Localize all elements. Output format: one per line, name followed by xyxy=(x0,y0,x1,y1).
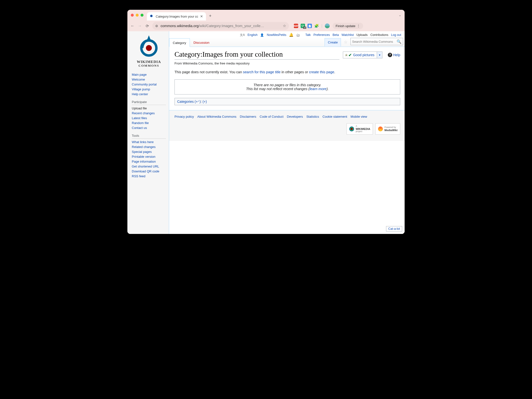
sidebar-link[interactable]: Contact us xyxy=(132,126,166,130)
footer-link[interactable]: Cookie statement xyxy=(322,115,347,118)
sidebar-link[interactable]: Main page xyxy=(132,72,166,77)
language-icon[interactable]: 文A xyxy=(240,33,245,37)
close-tab-icon[interactable]: ✕ xyxy=(200,14,203,18)
sidebar: WIKIMEDIA COMMONS Main pageWelcomeCommun… xyxy=(127,31,169,234)
new-tab-button[interactable]: + xyxy=(209,13,212,19)
sidebar-link[interactable]: What links here xyxy=(132,140,166,145)
sidebar-link[interactable]: Page information xyxy=(132,159,166,164)
extensions-menu-icon[interactable]: 🧩 xyxy=(314,24,319,28)
sidebar-link[interactable]: Community portal xyxy=(132,82,166,87)
main: Category:Images from your collection ★ ✔… xyxy=(169,47,405,110)
extension-icons: ABP 🛡10 📄 🧩 | xyxy=(294,23,330,28)
svg-point-1 xyxy=(146,45,152,51)
help-link[interactable]: ? Help xyxy=(388,53,400,57)
content: 文A English 👤 NowMesPetits 🔔 🗂 TalkPrefer… xyxy=(169,31,405,234)
sidebar-link[interactable]: Printable version xyxy=(132,154,166,159)
footer-link[interactable]: Disclaimers xyxy=(240,115,256,118)
svg-point-4 xyxy=(156,47,157,49)
cat-a-lot-button[interactable]: Cat-a-lot xyxy=(386,226,402,231)
traffic-lights xyxy=(131,14,143,17)
footer-link[interactable]: Mobile view xyxy=(351,115,367,118)
body-paragraph: This page does not currently exist. You … xyxy=(174,70,400,74)
sidebar-link[interactable]: RSS feed xyxy=(132,174,166,179)
categories-link[interactable]: Categories xyxy=(177,100,194,104)
good-pictures-dropdown-icon[interactable]: ▼ xyxy=(377,52,382,58)
footer-links: Privacy policyAbout Wikimedia CommonsDis… xyxy=(174,115,400,118)
sidebar-link[interactable]: Latest files xyxy=(132,116,166,121)
sidebar-link[interactable]: Help center xyxy=(132,92,166,97)
sidebar-link[interactable]: Related changes xyxy=(132,145,166,149)
search-box[interactable]: 🔍 xyxy=(350,38,403,45)
tab-category[interactable]: Category xyxy=(169,38,190,47)
personal-link[interactable]: Beta xyxy=(333,33,339,37)
search-icon[interactable]: 🔍 xyxy=(397,39,401,44)
help-icon: ? xyxy=(388,53,392,57)
finish-update-label: Finish update xyxy=(336,24,355,28)
learn-more-link[interactable]: learn more xyxy=(310,87,327,91)
watch-star-icon[interactable]: ☆ xyxy=(342,38,349,47)
svg-point-7 xyxy=(143,52,144,54)
footer-link[interactable]: Code of Conduct xyxy=(260,115,284,118)
create-page-link[interactable]: create this page xyxy=(309,70,334,74)
sidebar-head-participate: Participate xyxy=(132,99,166,105)
menu-icon[interactable]: ⋮ xyxy=(357,24,360,28)
contributions-link[interactable]: Contributions xyxy=(370,33,389,37)
sidebar-link[interactable]: Upload file xyxy=(132,106,166,111)
categories-box: Categories (+⁺): (+) xyxy=(174,98,400,105)
site-settings-icon[interactable]: ⚙ xyxy=(155,24,158,28)
good-pictures-button[interactable]: ★ ✔ Good pictures ▼ xyxy=(343,52,382,58)
uploads-link[interactable]: Uploads xyxy=(357,33,368,37)
star-icon: ★ xyxy=(345,53,348,57)
sidebar-link[interactable]: Village pump xyxy=(132,87,166,92)
maximize-window-icon[interactable] xyxy=(141,14,143,17)
browser-window: Category:Images from your cc ✕ + ⌄ ← → ⟳… xyxy=(127,10,405,234)
back-button[interactable]: ← xyxy=(130,24,135,28)
url-field[interactable]: ⚙ commons.wikimedia.org/wiki/Category:Im… xyxy=(152,22,289,30)
urlbar: ← → ⟳ ⚙ commons.wikimedia.org/wiki/Categ… xyxy=(127,21,405,31)
username-link[interactable]: NowMesPetits xyxy=(267,33,286,37)
browser-tab[interactable]: Category:Images from your cc ✕ xyxy=(147,12,206,21)
tab-discussion[interactable]: Discussion xyxy=(190,38,213,47)
wikimedia-badge[interactable]: AWIKIMEDIAproject xyxy=(347,123,373,135)
logo[interactable]: WIKIMEDIA COMMONS xyxy=(132,33,166,70)
sidebar-link[interactable]: Recent changes xyxy=(132,111,166,116)
profile-avatar-icon[interactable] xyxy=(325,23,330,28)
logout-link[interactable]: Log out xyxy=(391,33,401,37)
sidebar-link[interactable]: Get shortened URL xyxy=(132,164,166,169)
finish-update-button[interactable]: Finish update ⋮ xyxy=(333,23,363,29)
sidebar-link[interactable]: Download QR code xyxy=(132,169,166,174)
svg-point-5 xyxy=(153,52,155,54)
sidebar-link[interactable]: Random file xyxy=(132,121,166,126)
footer: Privacy policyAbout Wikimedia CommonsDis… xyxy=(169,110,405,141)
footer-link[interactable]: Privacy policy xyxy=(174,115,194,118)
notices-icon[interactable]: 🗂 xyxy=(296,33,300,37)
footer-link[interactable]: About Wikimedia Commons xyxy=(197,115,236,118)
good-pictures-label: Good pictures xyxy=(352,53,375,57)
extension-icon[interactable]: 🛡10 xyxy=(301,24,305,28)
tab-overflow-icon[interactable]: ⌄ xyxy=(399,13,401,17)
abp-extension-icon[interactable]: ABP xyxy=(294,24,298,28)
categories-plusplus[interactable]: (+⁺) xyxy=(195,100,201,104)
categories-plus[interactable]: (+) xyxy=(203,100,207,104)
sidebar-link[interactable]: Special pages xyxy=(132,149,166,154)
personal-link[interactable]: Watchlist xyxy=(342,33,354,37)
tab-create[interactable]: Create xyxy=(325,38,341,46)
search-title-link[interactable]: search for this page title xyxy=(243,70,281,74)
doc-extension-icon[interactable]: 📄 xyxy=(307,24,312,28)
mediawiki-badge[interactable]: Powered byMediaWiki xyxy=(375,123,400,135)
reload-button[interactable]: ⟳ xyxy=(145,24,149,28)
personal-link[interactable]: Talk xyxy=(305,33,311,37)
user-icon: 👤 xyxy=(260,33,264,37)
footer-link[interactable]: Statistics xyxy=(306,115,319,118)
page-title: Category:Images from your collection xyxy=(174,50,339,60)
notifications-icon[interactable]: 🔔 xyxy=(289,33,294,37)
footer-link[interactable]: Developers xyxy=(287,115,303,118)
close-window-icon[interactable] xyxy=(131,14,134,17)
search-input[interactable] xyxy=(352,40,397,43)
minimize-window-icon[interactable] xyxy=(136,14,139,17)
language-link[interactable]: English xyxy=(247,33,257,37)
personal-link[interactable]: Preferences xyxy=(313,33,330,37)
bookmark-star-icon[interactable]: ☆ xyxy=(283,24,286,28)
page: WIKIMEDIA COMMONS Main pageWelcomeCommun… xyxy=(127,31,405,234)
sidebar-link[interactable]: Welcome xyxy=(132,77,166,82)
